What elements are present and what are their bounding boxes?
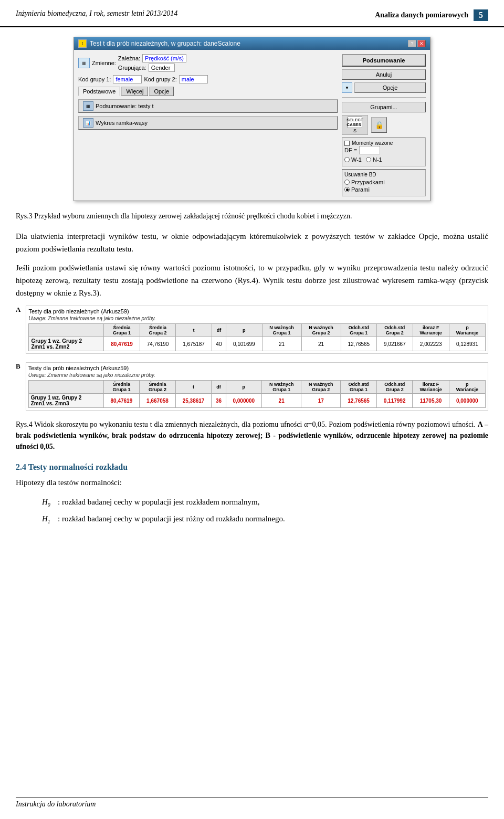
cell-df-b: 36: [212, 394, 226, 408]
dialog-screenshot: t Test t dla prób niezależnych, w grupac…: [74, 37, 430, 201]
header-course-title: Inżynieria biomedyczna, I rok, semestr l…: [16, 9, 177, 17]
kod-grupy1-label: Kod grupy 1:: [78, 76, 111, 82]
col-n1-b: N ważnychGrupa 1: [262, 381, 301, 394]
zmienne-label: Zmienne:: [92, 60, 116, 66]
col-n2-b: N ważnychGrupa 2: [301, 381, 341, 394]
cell-p-b: 0,000000: [226, 394, 262, 408]
hyp0-sub: 0: [48, 502, 50, 508]
tab-wiecej[interactable]: Więcej: [121, 87, 148, 96]
btn-podsumowanie-right[interactable]: Podsumowanie: [342, 54, 426, 67]
tab-opcje[interactable]: Opcje: [149, 87, 174, 96]
kod-grupy2-value[interactable]: male: [179, 75, 208, 83]
close-button[interactable]: ✕: [417, 40, 426, 47]
podsumowanie-icon: ▦: [83, 101, 93, 111]
header-right: Analiza danych pomiarowych: [375, 11, 468, 19]
grupujaca-value: Gender: [149, 64, 175, 72]
btn-wykres[interactable]: 📊 Wykres ramka-wąsy: [78, 116, 338, 130]
cell-srednia2-b: 1,667058: [140, 394, 176, 408]
cell-srednia2-a: 74,76190: [140, 337, 176, 351]
table-b-label: B: [16, 362, 20, 371]
hyp1-label: H: [42, 514, 48, 523]
momenty-section: Momenty ważone DF = W-1 N-1: [342, 138, 426, 166]
select-cases-btn[interactable]: SELECTCASES S: [342, 115, 368, 135]
col-df-a: df: [212, 324, 226, 337]
table-row: Grupy 1 wz. Grupy 2Zmn1 vs. Zmn2 80,4761…: [29, 337, 486, 351]
col-srednia1-b: ŚredniaGrupa 1: [103, 381, 140, 394]
btn-opcje[interactable]: Opcje: [354, 82, 426, 93]
cell-odch1-b: 12,76565: [341, 394, 377, 408]
hypothesis-0: H0 : rozkład badanej cechy w populacji j…: [42, 495, 488, 510]
radio-parami-circle: [344, 187, 350, 192]
radio-n1-label: N-1: [373, 156, 382, 163]
hyp1-text: : rozkład badanej cechy w populacji jest…: [58, 512, 285, 526]
col-t-b: t: [175, 381, 212, 394]
lock-btn[interactable]: 🔒: [371, 117, 387, 133]
rys4-caption: Rys.4 Widok skoroszytu po wykonaniu test…: [16, 419, 488, 452]
radio-parami-label: Parami: [351, 186, 370, 193]
df-input[interactable]: [359, 146, 380, 154]
col-n2-a: N ważnychGrupa 2: [301, 324, 341, 337]
wykres-label: Wykres ramka-wąsy: [96, 120, 148, 126]
table-a-label: A: [16, 306, 20, 314]
header-subject-title: Analiza danych pomiarowych: [375, 11, 468, 19]
cell-p-a: 0,101699: [226, 337, 262, 351]
kod-grupy1-value[interactable]: female: [113, 75, 142, 83]
cell-n2-a: 21: [301, 337, 341, 351]
col-pwar-b: pWariancje: [449, 381, 485, 394]
radio-w1-circle: [344, 157, 350, 162]
dialog-title: Test t dla prób niezależnych, w grupach:…: [90, 40, 240, 47]
rys4-text2: Poziom podświetlenia równy poziomowi ufn…: [329, 421, 476, 428]
wykres-icon: 📊: [83, 118, 93, 128]
table-b: ŚredniaGrupa 1 ŚredniaGrupa 2 t df p N w…: [28, 380, 486, 408]
dialog-left-panel: ▦ Zmienne: Zależna: Prędkość (m/s) Grupu…: [78, 54, 338, 196]
col-p-a: p: [226, 324, 262, 337]
cell-n1-a: 21: [262, 337, 301, 351]
df-row: DF =: [344, 146, 423, 154]
col-odch2-a: Odch.stdGrupa 2: [377, 324, 413, 337]
col-iloraz-a: iloraz FWariancje: [413, 324, 449, 337]
rys4-text1: Rys.4 Widok skoroszytu po wykonaniu test…: [16, 421, 327, 428]
footer-text: Instrukcja do laboratorium: [16, 800, 96, 808]
opcje-icon: ▼: [342, 82, 352, 93]
page-header: Inżynieria biomedyczna, I rok, semestr l…: [0, 0, 504, 27]
cell-srednia1-a: 80,47619: [104, 337, 140, 351]
radio-n1[interactable]: N-1: [366, 156, 382, 163]
help-button[interactable]: ?: [408, 40, 416, 47]
radio-parami[interactable]: Parami: [344, 186, 423, 193]
cell-pwar-b: 0,000000: [449, 394, 485, 408]
table-b-container: B Testy dla prób niezależnych (Arkusz59)…: [16, 362, 488, 411]
usuwanie-label: Usuwanie BD: [344, 172, 423, 177]
tabs-row: Podstawowe Więcej Opcje: [78, 87, 338, 96]
cell-t-a: 1,675187: [176, 337, 212, 351]
radio-w1[interactable]: W-1: [344, 156, 362, 163]
hyp0-label: H: [42, 498, 48, 506]
dialog-right-panel: Podsumowanie Anuluj ▼ Opcje Grupami... S…: [342, 54, 426, 196]
caption-rys3: Rys.3 Przykład wyboru zmiennych dla hipo…: [16, 211, 488, 222]
zalezna-label: Zależna:: [118, 55, 140, 61]
paragraph-2: Jeśli poziom podświetlania ustawi się ró…: [16, 261, 488, 299]
table-row: Grupy 1 wz. Grupy 2Zmn1 vs. Zmn3 80,4761…: [28, 394, 485, 408]
cell-n1-b: 21: [262, 394, 301, 408]
cell-row-label-b: Grupy 1 wz. Grupy 2Zmn1 vs. Zmn3: [28, 394, 103, 408]
col-srednia2-b: ŚredniaGrupa 2: [140, 381, 176, 394]
btn-podsumowanie-testy[interactable]: ▦ Podsumowanie: testy t: [78, 99, 338, 113]
radio-przypadkami[interactable]: Przypadkami: [344, 179, 423, 185]
para2-text: Jeśli poziom podświetlania ustawi się ró…: [16, 264, 488, 297]
grupujaca-label: Grupująca:: [118, 65, 146, 71]
main-content: t Test t dla prób niezależnych, w grupac…: [0, 27, 504, 539]
cell-row-label-a: Grupy 1 wz. Grupy 2Zmn1 vs. Zmn2: [29, 337, 104, 351]
cell-odch1-a: 12,76565: [341, 337, 377, 351]
cases-icon: SELECTCASES: [348, 117, 362, 128]
btn-grupami[interactable]: Grupami...: [342, 102, 426, 112]
zalezna-value: Prędkość (m/s): [142, 54, 186, 62]
momenty-checkbox[interactable]: [344, 141, 350, 146]
page-footer: Instrukcja do laboratorium: [16, 797, 488, 808]
page-number: 5: [474, 9, 488, 21]
btn-anuluj[interactable]: Anuluj: [342, 69, 426, 80]
dialog-icon: t: [78, 39, 87, 48]
section-intro: Hipotezy dla testów normalności:: [16, 476, 488, 489]
tab-podstawowe[interactable]: Podstawowe: [78, 87, 120, 96]
dialog-titlebar: t Test t dla prób niezależnych, w grupac…: [74, 37, 430, 50]
header-left: Inżynieria biomedyczna, I rok, semestr l…: [16, 9, 177, 18]
hypothesis-1: H1 : rozkład badanej cechy w populacji j…: [42, 512, 488, 527]
